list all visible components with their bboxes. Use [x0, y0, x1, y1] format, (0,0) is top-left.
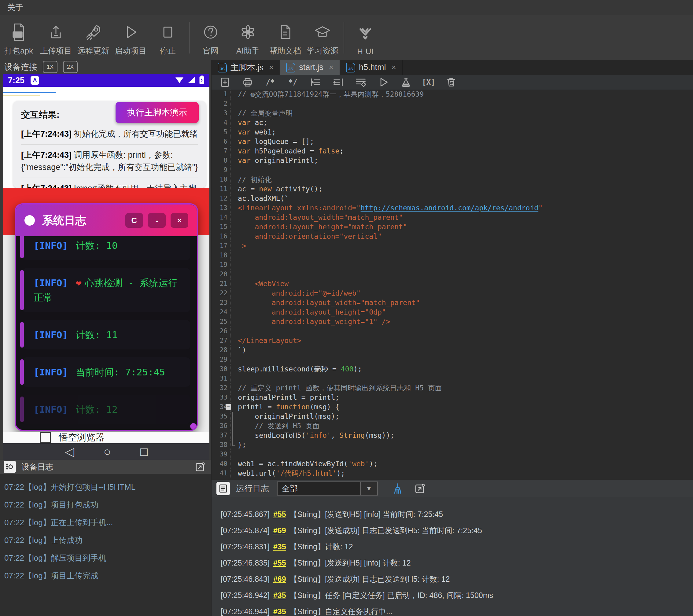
comment-start-button[interactable]: /*	[263, 76, 277, 88]
run-main-script-button[interactable]: 执行主脚本演示	[116, 102, 199, 123]
toolbar-button-upload-project[interactable]: 上传项目	[37, 17, 75, 59]
code-line[interactable]: 8var originalPrintl;	[212, 156, 693, 165]
code-line[interactable]: 4var ac;	[212, 118, 693, 127]
run-script-button[interactable]	[377, 76, 390, 88]
code-line[interactable]: 26	[212, 326, 693, 336]
code-line[interactable]: 20	[212, 270, 693, 279]
code-line[interactable]: 36 // 发送到 H5 页面	[212, 421, 693, 431]
toolbar-button-learning-resources[interactable]: 学习资源	[304, 17, 341, 59]
code-line[interactable]: 11ac = new activity();	[212, 184, 693, 194]
code-line[interactable]: 16 android:orientation="vertical"	[212, 232, 693, 241]
close-button[interactable]: ×	[171, 213, 188, 228]
popout-icon[interactable]	[195, 462, 205, 472]
outdent-button[interactable]	[309, 76, 322, 88]
code-line[interactable]: 2	[212, 99, 693, 108]
toolbar-button-stop[interactable]: 停止	[149, 17, 186, 59]
log-ref-link[interactable]: #35	[273, 591, 286, 599]
variables-button[interactable]: [X]	[422, 76, 435, 88]
log-ref-link[interactable]: #69	[273, 575, 286, 583]
code-line[interactable]: 18	[212, 251, 693, 260]
code-area[interactable]: 1// ◍交流QQ群711841924群一，苹果内测群，52881663923/…	[212, 90, 693, 479]
code-line[interactable]: 40web1 = ac.findWebViewById('web');	[212, 459, 693, 469]
toolbar-button-package-apk[interactable]: APK 打包apk	[0, 17, 37, 59]
code-line[interactable]: 15 android:layout_height="match_parent"	[212, 222, 693, 232]
code-line[interactable]: 19	[212, 260, 693, 270]
log-ref-link[interactable]: #69	[273, 526, 286, 535]
scale-1x-button[interactable]: 1X	[43, 61, 58, 73]
code-line[interactable]: 29	[212, 355, 693, 364]
log-ref-link[interactable]: #35	[273, 542, 286, 551]
close-icon[interactable]: ×	[329, 63, 334, 72]
toolbar-button-ai-assistant[interactable]: AI助手	[229, 17, 266, 59]
device-log-list[interactable]: 07:22【log】开始打包项目--H5HTML07:22【log】项目打包成功…	[0, 474, 211, 616]
print-button[interactable]	[241, 76, 254, 88]
clear-log-broom-icon[interactable]	[392, 482, 403, 495]
code-line[interactable]: 7var h5PageLoaded = false;	[212, 146, 693, 156]
nav-recent-button[interactable]: □	[140, 445, 147, 458]
popout-icon[interactable]	[415, 483, 425, 494]
code-line[interactable]: 28`)	[212, 345, 693, 355]
menu-about[interactable]: 关于	[4, 2, 26, 14]
log-ref-link[interactable]: #55	[273, 558, 286, 567]
new-file-button[interactable]	[218, 76, 232, 88]
minimize-button[interactable]: -	[148, 213, 166, 228]
code-line[interactable]: 21 <WebView	[212, 279, 693, 289]
code-line[interactable]: 33originalPrintl = printl;	[212, 393, 693, 402]
code-line[interactable]: 25 android:layout_weight="1" />	[212, 317, 693, 326]
close-icon[interactable]: ×	[269, 63, 274, 72]
fold-marker[interactable]: −	[225, 404, 231, 410]
code-line[interactable]: 14 android:layout_width="match_parent"	[212, 213, 693, 222]
toolbar-button-help-docs[interactable]: 帮助文档	[266, 17, 304, 59]
clear-log-button[interactable]: C	[125, 213, 143, 228]
system-log-window[interactable]: 系统日志 C - × [INFO]计数: 10[INFO]❤心跳检测 - 系统运…	[15, 203, 198, 431]
code-line[interactable]: 1// ◍交流QQ群711841924群一，苹果内测群，528816639	[212, 90, 693, 99]
clear-trash-button[interactable]	[444, 76, 458, 88]
code-line[interactable]: 39	[212, 450, 693, 459]
log-ref-link[interactable]: #55	[273, 510, 286, 518]
code-line[interactable]: 23 android:layout_width="match_parent"	[212, 298, 693, 307]
toolbar-button-hui[interactable]: H-UI	[346, 17, 384, 59]
code-line[interactable]: 24 android:layout_height="0dp"	[212, 307, 693, 317]
code-line[interactable]: 32// 重定义 printl 函数，使其同时输出到系统日志和 H5 页面	[212, 383, 693, 393]
nav-home-button[interactable]: ○	[104, 445, 111, 458]
close-icon[interactable]: ×	[391, 63, 396, 72]
toolbar-button-remote-update[interactable]: 远程更新	[75, 17, 112, 59]
code-line[interactable]: 38};	[212, 440, 693, 450]
log-ref-link[interactable]: #35	[273, 607, 286, 616]
code-line[interactable]: 35 originalPrintl(msg);	[212, 412, 693, 421]
code-line[interactable]: 5var web1;	[212, 127, 693, 137]
format-code-button[interactable]	[354, 76, 368, 88]
toolbar-button-official-site[interactable]: 官网	[192, 17, 229, 59]
code-line[interactable]: 12ac.loadXML(`	[212, 194, 693, 203]
indent-button[interactable]	[331, 76, 345, 88]
test-flask-button[interactable]	[399, 76, 413, 88]
code-line[interactable]: 13<LinearLayout xmlns:android="http://sc…	[212, 203, 693, 213]
code-line[interactable]: 37 sendLogToH5('info', String(msg));	[212, 431, 693, 440]
tab-start-js[interactable]: JS start.js ×	[280, 60, 340, 75]
comment-end-button[interactable]: */	[286, 76, 300, 88]
code-line[interactable]: 3// 全局变量声明	[212, 108, 693, 118]
browser-list-row[interactable]: 悟空浏览器	[3, 432, 210, 443]
code-line[interactable]: 30sleep.millisecond(毫秒 = 400);	[212, 364, 693, 374]
code-line[interactable]: 22 android:id="@+id/web"	[212, 289, 693, 298]
scale-2x-button[interactable]: 2X	[63, 61, 78, 73]
phone-mirror[interactable]: 7:25 A 交互结果: 执行主脚本演示 [上午7:24:43] 初始化完成，所…	[3, 74, 210, 460]
tab-main-script[interactable]: JS 主脚本.js ×	[212, 60, 280, 75]
chevron-down-icon[interactable]: ▼	[360, 482, 377, 495]
nav-back-button[interactable]: ◁	[65, 445, 74, 458]
log-filter-select[interactable]: 全部 ▼	[277, 481, 378, 496]
code-line[interactable]: 34−printl = function(msg) {	[212, 402, 693, 412]
code-line[interactable]: 31	[212, 374, 693, 383]
toolbar-button-start-project[interactable]: 启动项目	[112, 17, 149, 59]
resize-handle[interactable]	[190, 423, 196, 429]
tab-h5-html[interactable]: JS h5.html ×	[340, 60, 402, 75]
code-line[interactable]: 41web1.url('/代码/h5.html');	[212, 469, 693, 478]
code-line[interactable]: 10// 初始化	[212, 175, 693, 184]
code-line[interactable]: 27</LinearLayout>	[212, 336, 693, 345]
code-line[interactable]: 6var logQueue = [];	[212, 137, 693, 146]
code-line[interactable]: 9	[212, 165, 693, 175]
code-line[interactable]: 17 >	[212, 241, 693, 251]
checkbox[interactable]	[40, 432, 51, 443]
system-log-titlebar[interactable]: 系统日志 C - ×	[16, 204, 197, 236]
run-log-list[interactable]: [07:25:45.867]#55【String】[发送到H5] [info] …	[212, 497, 693, 616]
